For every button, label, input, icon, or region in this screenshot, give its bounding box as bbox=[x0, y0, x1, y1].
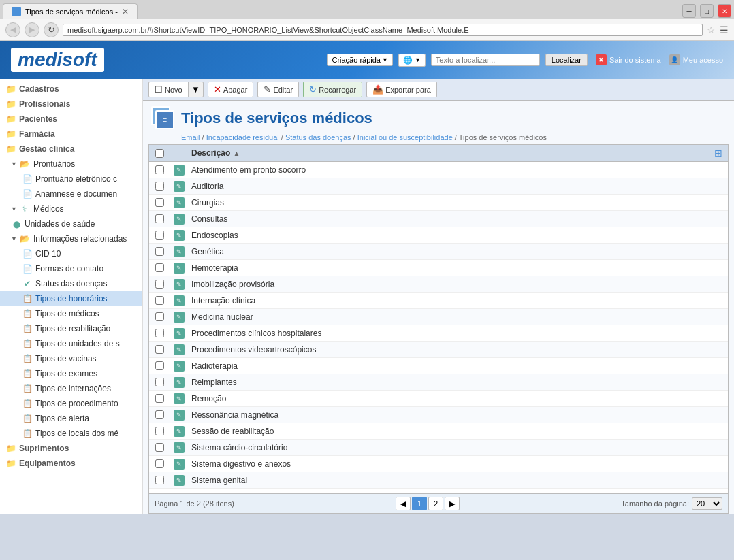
row-checkbox-10[interactable] bbox=[155, 329, 164, 337]
page-2-button[interactable]: 2 bbox=[428, 497, 443, 510]
row-checkbox-1[interactable] bbox=[155, 182, 164, 191]
row-checkbox-15[interactable] bbox=[155, 410, 164, 419]
edit-row-button-5[interactable]: ✎ bbox=[174, 246, 185, 257]
row-checkbox-13[interactable] bbox=[155, 378, 164, 386]
row-checkbox-19[interactable] bbox=[155, 476, 164, 484]
sidebar-item-info-relacionadas[interactable]: ▼ 📂 Informações relacionadas bbox=[0, 231, 142, 246]
editar-button[interactable]: ✎ Editar bbox=[257, 82, 299, 97]
breadcrumb-status[interactable]: Status das doenças bbox=[285, 133, 351, 142]
novo-button[interactable]: ☐ Novo bbox=[148, 82, 188, 97]
sidebar-item-cadastros[interactable]: 📁 Cadastros bbox=[0, 82, 142, 97]
edit-row-button-7[interactable]: ✎ bbox=[174, 279, 185, 290]
minimize-button[interactable]: ─ bbox=[682, 4, 696, 18]
row-checkbox-18[interactable] bbox=[155, 459, 164, 468]
row-checkbox-14[interactable] bbox=[155, 394, 164, 403]
close-window-button[interactable]: ✕ bbox=[718, 4, 731, 18]
row-checkbox-11[interactable] bbox=[155, 345, 164, 354]
sidebar-item-tipos-vacinas[interactable]: 📋 Tipos de vacinas bbox=[0, 351, 142, 366]
exportar-button[interactable]: 📤 Exportar para bbox=[366, 82, 437, 97]
sidebar-item-prontuario-eletronico[interactable]: 📄 Prontuário eletrônico c bbox=[0, 171, 142, 186]
novo-arrow-button[interactable]: ▼ bbox=[188, 82, 204, 97]
sidebar-item-profissionais[interactable]: 📁 Profissionais bbox=[0, 97, 142, 112]
edit-row-button-0[interactable]: ✎ bbox=[174, 165, 185, 176]
edit-row-button-17[interactable]: ✎ bbox=[174, 442, 185, 453]
edit-row-button-4[interactable]: ✎ bbox=[174, 230, 185, 241]
row-checkbox-4[interactable] bbox=[155, 231, 164, 240]
menu-icon[interactable]: ☰ bbox=[720, 24, 729, 35]
sidebar-item-tipos-locais[interactable]: 📋 Tipos de locais dos mé bbox=[0, 426, 142, 441]
sidebar-item-status-doencas[interactable]: ✔ Status das doenças bbox=[0, 276, 142, 291]
sidebar-item-farmacia[interactable]: 📁 Farmácia bbox=[0, 127, 142, 142]
sidebar-item-equipamentos[interactable]: 📁 Equipamentos bbox=[0, 456, 142, 471]
apagar-button[interactable]: ✕ Apagar bbox=[208, 82, 253, 97]
breadcrumb-email[interactable]: Email bbox=[181, 133, 200, 142]
sidebar-item-gestao-clinica[interactable]: 📁 Gestão clínica bbox=[0, 142, 142, 157]
row-checkbox-9[interactable] bbox=[155, 312, 164, 321]
recarregar-button[interactable]: ↻ Recarregar bbox=[303, 82, 362, 97]
edit-row-button-15[interactable]: ✎ bbox=[174, 410, 185, 421]
sidebar-item-cid10[interactable]: 📄 CID 10 bbox=[0, 246, 142, 261]
quick-create-button[interactable]: Criação rápida ▼ bbox=[327, 54, 392, 66]
edit-row-button-19[interactable]: ✎ bbox=[174, 475, 185, 486]
maximize-button[interactable]: □ bbox=[700, 4, 714, 18]
row-checkbox-16[interactable] bbox=[155, 427, 164, 435]
next-page-button[interactable]: ▶ bbox=[445, 497, 460, 510]
sidebar-item-anamnese[interactable]: 📄 Anamnese e documen bbox=[0, 186, 142, 201]
row-checkbox-12[interactable] bbox=[155, 361, 164, 370]
browser-tab[interactable]: Tipos de serviços médicos - ✕ bbox=[3, 3, 138, 19]
edit-row-button-6[interactable]: ✎ bbox=[174, 263, 185, 274]
sidebar-item-suprimentos[interactable]: 📁 Suprimentos bbox=[0, 441, 142, 456]
forward-button[interactable]: ▶ bbox=[25, 22, 39, 37]
sidebar-item-medicos[interactable]: ▼ ⚕ Médicos bbox=[0, 201, 142, 216]
edit-row-button-3[interactable]: ✎ bbox=[174, 214, 185, 225]
row-checkbox-8[interactable] bbox=[155, 296, 164, 305]
breadcrumb-incapacidade[interactable]: Incapacidade residual bbox=[206, 133, 279, 142]
sidebar-item-unidades-saude[interactable]: ⬤ Unidades de saúde bbox=[0, 216, 142, 231]
edit-row-button-1[interactable]: ✎ bbox=[174, 181, 185, 192]
sidebar-item-tipos-exames[interactable]: 📋 Tipos de exames bbox=[0, 366, 142, 381]
page-size-select[interactable]: 20 50 100 bbox=[692, 497, 722, 510]
edit-row-button-10[interactable]: ✎ bbox=[174, 328, 185, 339]
edit-row-button-11[interactable]: ✎ bbox=[174, 344, 185, 355]
bookmark-icon[interactable]: ☆ bbox=[707, 24, 716, 35]
page-1-button[interactable]: 1 bbox=[412, 497, 427, 510]
search-input[interactable] bbox=[431, 54, 540, 66]
edit-row-button-12[interactable]: ✎ bbox=[174, 361, 185, 372]
edit-row-button-16[interactable]: ✎ bbox=[174, 426, 185, 437]
row-checkbox-3[interactable] bbox=[155, 214, 164, 223]
sidebar-item-tipos-honorarios[interactable]: 📋 Tipos de honorários bbox=[0, 291, 142, 306]
edit-row-button-18[interactable]: ✎ bbox=[174, 459, 185, 470]
meu-acesso-button[interactable]: 👤 Meu acesso bbox=[669, 54, 723, 65]
row-checkbox-5[interactable] bbox=[155, 247, 164, 256]
edit-row-button-13[interactable]: ✎ bbox=[174, 377, 185, 388]
sidebar-item-tipos-procedimentos[interactable]: 📋 Tipos de procedimento bbox=[0, 396, 142, 411]
prev-page-button[interactable]: ◀ bbox=[396, 497, 411, 510]
edit-row-button-9[interactable]: ✎ bbox=[174, 312, 185, 323]
add-column-icon[interactable]: ⊞ bbox=[714, 148, 722, 159]
close-icon[interactable]: ✕ bbox=[122, 7, 129, 16]
locate-button[interactable]: Localizar bbox=[545, 54, 588, 66]
url-input[interactable] bbox=[63, 24, 703, 36]
sidebar-item-pacientes[interactable]: 📁 Pacientes bbox=[0, 112, 142, 127]
sidebar-item-tipos-internacoes[interactable]: 📋 Tipos de internações bbox=[0, 381, 142, 396]
globe-button[interactable]: 🌐 ▼ bbox=[398, 54, 426, 67]
sort-asc-icon[interactable]: ▲ bbox=[233, 150, 240, 157]
sidebar-item-tipos-reabilitacao[interactable]: 📋 Tipos de reabilitação bbox=[0, 321, 142, 336]
row-checkbox-7[interactable] bbox=[155, 280, 164, 289]
edit-row-button-8[interactable]: ✎ bbox=[174, 295, 185, 306]
sair-button[interactable]: ✖ Sair do sistema bbox=[596, 54, 661, 65]
sidebar-item-tipos-medicos[interactable]: 📋 Tipos de médicos bbox=[0, 306, 142, 321]
sidebar-item-tipos-alerta[interactable]: 📋 Tipos de alerta bbox=[0, 411, 142, 426]
row-checkbox-6[interactable] bbox=[155, 263, 164, 272]
breadcrumb-inicial[interactable]: Inicial ou de susceptibilidade bbox=[357, 133, 453, 142]
select-all-checkbox[interactable] bbox=[155, 149, 164, 158]
sidebar-item-tipos-unidades[interactable]: 📋 Tipos de unidades de s bbox=[0, 336, 142, 351]
row-checkbox-2[interactable] bbox=[155, 198, 164, 207]
sidebar-item-prontuarios[interactable]: ▼ 📂 Prontuários bbox=[0, 157, 142, 171]
row-checkbox-0[interactable] bbox=[155, 165, 164, 174]
edit-row-button-14[interactable]: ✎ bbox=[174, 393, 185, 404]
back-button[interactable]: ◀ bbox=[5, 22, 20, 37]
refresh-button[interactable]: ↻ bbox=[44, 22, 59, 37]
row-checkbox-17[interactable] bbox=[155, 443, 164, 452]
edit-row-button-2[interactable]: ✎ bbox=[174, 197, 185, 208]
